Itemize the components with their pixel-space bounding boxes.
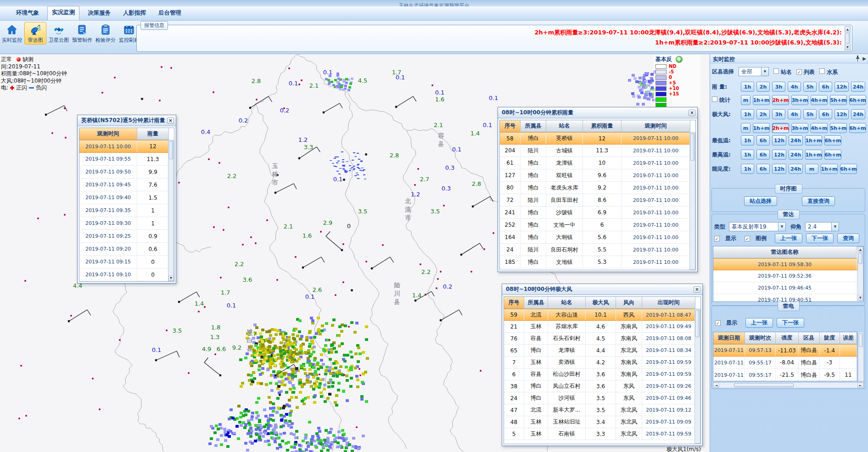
tool-实时监控[interactable]: 实时监控 [1, 22, 23, 45]
sidebar-header[interactable]: 实时监控 ▶ [710, 54, 868, 63]
range-button-2h+m[interactable]: 2h+m [772, 95, 789, 105]
menu-tab-决策服务[interactable]: 决策服务 [84, 7, 115, 20]
scrollbar-thumb[interactable] [690, 133, 694, 161]
range-button-24h[interactable]: 24h [789, 164, 803, 174]
table-row[interactable]: 204陆川古城镇11.32019-07-11 10:00 [500, 145, 695, 157]
table-row[interactable]: 24博白沙河镇3.5东风2019-07-11 09:46 [504, 392, 700, 404]
legend-expand-icon[interactable]: + [676, 56, 683, 63]
radar-type-select[interactable]: 基本反射率19 ▼ [729, 222, 786, 231]
chevron-down-icon[interactable]: ▼ [761, 67, 768, 76]
range-button-24h[interactable]: 24h [789, 150, 803, 160]
chevron-down-icon[interactable]: ▼ [778, 223, 785, 231]
range-button-6h+m[interactable]: 6h+m [849, 95, 866, 105]
table-row[interactable]: 65博白龙潭镇4.4东北风2019-07-11 08:34 [504, 345, 700, 357]
range-button-5h[interactable]: 5h [803, 82, 817, 92]
column-header[interactable]: 强度 [776, 332, 799, 344]
range-button-12h[interactable]: 12h [772, 135, 786, 145]
checkbox-水系[interactable] [819, 68, 825, 74]
lightning-table-scrollbar[interactable] [858, 332, 864, 381]
range-button-3h[interactable]: 3h [772, 82, 785, 92]
range-button-24h[interactable]: 24h [851, 109, 865, 119]
range-button-3h+m[interactable]: 3h+m [791, 123, 808, 133]
range-button-2h[interactable]: 2h [756, 109, 770, 119]
scrollbar-thumb[interactable] [734, 383, 794, 387]
column-header[interactable]: 所属县 [521, 120, 546, 132]
column-header[interactable]: 站名 [546, 120, 583, 132]
scroll-left-icon[interactable]: ◄ [713, 383, 719, 388]
range-button-1h+m[interactable]: 1h+m [753, 95, 770, 105]
range-button-6h+m[interactable]: 6h+m [824, 135, 841, 145]
table-row[interactable]: 2019-07-11 09:40:51 [713, 294, 863, 302]
range-button-3h+m[interactable]: 3h+m [791, 95, 808, 105]
lightning-h-scrollbar[interactable]: ◄ ► [713, 382, 864, 388]
range-button-6h[interactable]: 6h [756, 135, 770, 145]
panel-titlebar[interactable]: 英桥镇(N5702)逐5分钟累计雨量 × [78, 115, 176, 126]
range-button-6h[interactable]: 6h [819, 82, 832, 92]
column-header[interactable]: 雷达图名称 [713, 246, 857, 258]
tool-预警制作[interactable]: 预警制作 [71, 22, 93, 45]
table-row[interactable]: 59北流大容山顶10.1西风2019-07-11 08:47 [504, 309, 700, 321]
checkbox-列表[interactable]: ✓ [796, 69, 802, 75]
range-button-5h+m[interactable]: 5h+m [830, 123, 847, 133]
scroll-right-icon[interactable]: ► [857, 383, 863, 388]
button-查询[interactable]: 查询 [837, 234, 859, 243]
menu-tab-后台管理[interactable]: 后台管理 [154, 7, 185, 20]
column-header[interactable]: 陡度 [820, 332, 840, 344]
table-row[interactable]: 2019-07-11 09:250.9 [79, 230, 174, 243]
column-header[interactable]: 序号 [504, 297, 524, 309]
table-row[interactable]: 7玉林卖酒镇4.2东南风2019-07-11 09:59 [504, 357, 700, 368]
range-button-2h[interactable]: 2h [756, 82, 770, 92]
table-row[interactable]: 24陆川良田石垌村5.52019-07-11 10:00 [500, 244, 695, 256]
scroll-down-icon[interactable]: ▼ [845, 45, 850, 50]
radar-list-scrollbar[interactable]: ▲ ▼ [857, 246, 863, 301]
radar-elev-select[interactable]: 2.4 ▼ [805, 222, 839, 231]
range-button-1h[interactable]: 1h [741, 135, 754, 145]
range-button-12h[interactable]: 12h [834, 82, 849, 92]
table-row[interactable]: 2019-07-11 09:58:30 [713, 258, 863, 270]
table-row[interactable]: 2019-07-11 09:52:36 [713, 270, 863, 282]
column-header[interactable]: 观测时次 [745, 332, 776, 344]
button-站点选择[interactable]: 站点选择 [744, 196, 777, 206]
column-header[interactable]: 观测时间 [622, 120, 690, 132]
table-row[interactable]: 48玉林玉林站旧址3.4东北风2019-07-11 09:09 [504, 416, 700, 428]
tool-雷达图[interactable]: 雷达图 [24, 22, 46, 45]
checkbox-站名[interactable] [773, 68, 779, 74]
checkbox-显示[interactable]: ✓ [715, 320, 721, 326]
table-row[interactable]: 2019-07-11 09:100 [79, 268, 174, 281]
table-row[interactable]: 185博白文地镇5.32019-07-11 10:00 [500, 256, 695, 268]
range-button-1h[interactable]: 1h [741, 164, 754, 174]
table-row[interactable]: 2019-07-11 10:0012 [79, 140, 174, 153]
range-button-1h+m[interactable]: 1h+m [821, 164, 838, 174]
range-button-12h[interactable]: 12h [772, 164, 786, 174]
table-row[interactable]: 2019-07-11 09:401.5 [79, 191, 174, 204]
table-row[interactable]: 127博白双旺镇9.62019-07-11 10:00 [500, 169, 695, 182]
scroll-up-icon[interactable]: ▲ [858, 247, 863, 252]
table-row[interactable]: 2019-07-1109:57:13-11.03博白县-1.4 [713, 344, 857, 357]
range-button-24h[interactable]: 24h [851, 82, 865, 92]
chevron-down-icon[interactable]: ▼ [831, 223, 839, 231]
column-header[interactable]: 风向 [616, 297, 642, 309]
menu-tab-人影指挥[interactable]: 人影指挥 [119, 7, 150, 20]
panel-scrollbar[interactable] [694, 309, 700, 444]
close-icon[interactable]: × [689, 110, 695, 116]
column-header[interactable]: 雨量 [137, 128, 169, 140]
scrollbar-thumb[interactable] [169, 141, 173, 159]
range-button-1h+m[interactable]: 1h+m [805, 150, 822, 160]
range-button-1h[interactable]: 1h [741, 109, 754, 119]
tool-卫星云图[interactable]: 卫星云图 [48, 22, 70, 45]
button-上一张[interactable]: 上一张 [745, 318, 773, 328]
pin-icon[interactable] [856, 56, 860, 61]
panel-titlebar[interactable]: 08时~10时00分钟累积雨量 × [498, 107, 697, 118]
table-row[interactable]: 2019-07-11 09:351 [79, 204, 174, 217]
range-button-12h[interactable]: 12h [772, 150, 786, 160]
range-button-6h[interactable]: 6h [819, 109, 832, 119]
column-header[interactable]: 所属县 [524, 297, 548, 309]
button-下一张[interactable]: 下一张 [806, 234, 834, 243]
range-button-4h[interactable]: 4h [788, 109, 801, 119]
column-header[interactable]: 累积雨量 [583, 120, 622, 132]
range-button-12h[interactable]: 12h [834, 109, 849, 119]
range-button-6h[interactable]: 6h [756, 164, 770, 174]
button-下一张[interactable]: 下一张 [777, 318, 804, 328]
table-row[interactable]: 252博白文地一中62019-07-11 10:00 [500, 219, 695, 231]
range-button-6h+m[interactable]: 6h+m [824, 150, 841, 160]
